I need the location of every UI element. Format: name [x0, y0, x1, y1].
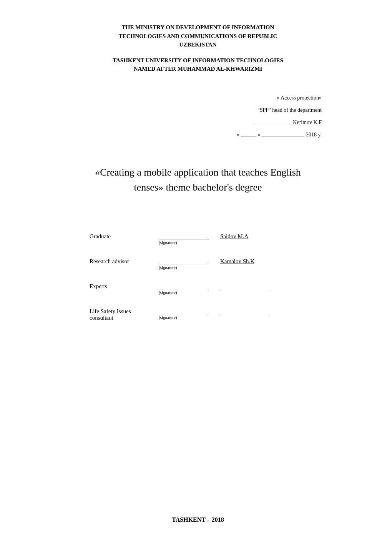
header-subtitle: TASHKENT UNIVERSITY OF INFORMATION TECHN…: [74, 56, 322, 73]
signatures-section: Graduate (signature) Saidov M.A Research…: [90, 233, 322, 333]
advisor-sig-area: (signature): [159, 258, 220, 270]
access-row-4: « » 2018 y.: [199, 129, 322, 140]
lifesafety-name-line: [220, 308, 270, 314]
footer-text: TASHKENT – 2018: [172, 516, 224, 523]
access-year-line: [262, 136, 304, 136]
access-quote-open: «: [237, 129, 239, 140]
experts-row: Experts (signature): [90, 283, 322, 304]
graduate-row: Graduate (signature) Saidov M.A: [90, 233, 322, 254]
graduate-label: Graduate: [90, 233, 159, 240]
access-row-3: Kerimov K.F: [199, 117, 322, 128]
advisor-label: Research advisor: [90, 258, 159, 265]
page: THE MINISTRY ON DEVELOPMENT OF INFORMATI…: [43, 0, 349, 554]
access-quote-close: »: [258, 129, 261, 140]
access-row-2: "SPP" head of the department: [199, 105, 322, 116]
advisor-sig-line: [159, 258, 209, 264]
access-name: Kerimov K.F: [293, 117, 322, 128]
access-section: « Access protection» "SPP" head of the d…: [199, 93, 322, 142]
lifesafety-label-2: consultant: [90, 315, 159, 321]
header-section: THE MINISTRY ON DEVELOPMENT OF INFORMATI…: [74, 23, 322, 73]
advisor-row: Research advisor (signature) Kamalov Sh.…: [90, 258, 322, 279]
access-date-line: [241, 136, 256, 136]
header-title: THE MINISTRY ON DEVELOPMENT OF INFORMATI…: [74, 23, 322, 49]
lifesafety-sig-area: (signature): [159, 308, 220, 320]
lifesafety-name-blank: [220, 308, 270, 316]
experts-sig-area: (signature): [159, 283, 220, 295]
experts-name-line: [220, 283, 270, 289]
experts-sig-line: [159, 283, 209, 289]
lifesafety-sig-hint: (signature): [159, 315, 177, 320]
access-row-1: « Access protection»: [199, 93, 322, 103]
advisor-sig-hint: (signature): [159, 265, 177, 270]
access-label-2: "SPP" head of the department: [257, 105, 322, 116]
graduate-sig-hint: (signature): [159, 240, 177, 245]
lifesafety-label-area: Life Safety Issues consultant: [90, 308, 159, 321]
graduate-sig-area: (signature): [159, 233, 220, 245]
lifesafety-sig-line: [159, 308, 209, 314]
experts-label: Experts: [90, 283, 159, 290]
lifesafety-label-1: Life Safety Issues: [90, 308, 159, 315]
advisor-name: Kamalov Sh.K: [220, 258, 254, 265]
main-title: «Creating a mobile application that teac…: [74, 165, 322, 195]
lifesafety-row: Life Safety Issues consultant (signature…: [90, 308, 322, 329]
graduate-sig-line: [159, 233, 209, 239]
access-label-1: « Access protection»: [277, 93, 322, 103]
experts-sig-hint: (signature): [159, 290, 177, 295]
graduate-name: Saidov M.A: [220, 233, 248, 240]
access-signature-line: [253, 124, 291, 124]
access-year: 2018 y.: [306, 129, 322, 140]
footer: TASHKENT – 2018: [74, 493, 322, 531]
experts-name-blank: [220, 283, 270, 291]
